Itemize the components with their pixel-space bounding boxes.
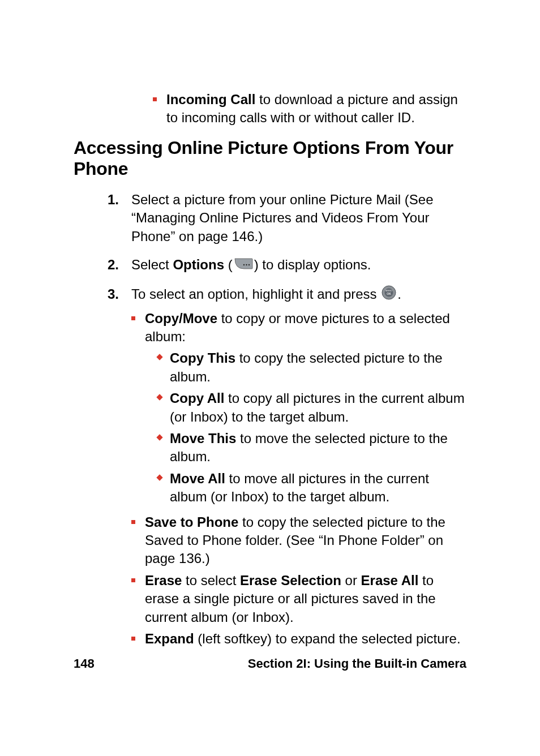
copy-this-body: Copy This to copy the selected picture t… <box>170 349 466 386</box>
option-erase: Erase to select Erase Selection or Erase… <box>131 572 466 626</box>
svg-point-0 <box>243 264 245 265</box>
step-1-body: Select a picture from your online Pictur… <box>131 191 466 246</box>
bullet-icon <box>131 513 145 524</box>
step-3-num: 3. <box>108 285 131 303</box>
bullet-icon <box>131 572 145 582</box>
expand-body: Expand (left softkey) to expand the sele… <box>145 630 466 648</box>
erase-b2: Erase Selection <box>240 573 341 588</box>
step-1-num: 1. <box>108 191 131 209</box>
copy-all-bold: Copy All <box>170 390 224 406</box>
section-title: Section 2I: Using the Built-in Camera <box>248 656 466 671</box>
expand-rest: (left softkey) to expand the selected pi… <box>194 631 461 646</box>
step-2-bold: Options <box>173 257 224 272</box>
step-1: 1. Select a picture from your online Pic… <box>74 191 466 246</box>
move-this-body: Move This to move the selected picture t… <box>170 429 466 466</box>
step-3-post: . <box>397 286 401 302</box>
right-softkey-icon <box>234 256 253 274</box>
erase-body: Erase to select Erase Selection or Erase… <box>145 572 466 626</box>
sub-copy-this: Copy This to copy the selected picture t… <box>157 349 466 386</box>
steps-list: 1. Select a picture from your online Pic… <box>74 191 466 652</box>
sub-move-this: Move This to move the selected picture t… <box>157 429 466 466</box>
menu-ok-icon: MENU OK <box>382 285 396 304</box>
erase-t2: or <box>341 573 361 588</box>
step-2-pre: Select <box>131 257 173 272</box>
page-footer: 148 Section 2I: Using the Built-in Camer… <box>74 656 466 671</box>
step-2-num: 2. <box>108 256 131 274</box>
options-list: Copy/Move to copy or move pictures to a … <box>131 310 466 648</box>
step-3-line: To select an option, highlight it and pr… <box>131 285 466 305</box>
save-body: Save to Phone to copy the selected pictu… <box>145 513 466 568</box>
intro-bullet-bold: Incoming Call <box>166 92 255 107</box>
copy-move-bold: Copy/Move <box>145 311 217 326</box>
svg-point-2 <box>248 264 250 265</box>
expand-bold: Expand <box>145 631 194 646</box>
copy-all-body: Copy All to copy all pictures in the cur… <box>170 389 466 426</box>
step-2: 2. Select Options ( ) to display options… <box>74 256 466 275</box>
page: Incoming Call to download a picture and … <box>0 0 540 756</box>
diamond-icon <box>157 389 170 400</box>
option-copy-move: Copy/Move to copy or move pictures to a … <box>131 310 466 510</box>
move-all-bold: Move All <box>170 471 225 486</box>
move-this-bold: Move This <box>170 431 236 446</box>
option-copy-move-body: Copy/Move to copy or move pictures to a … <box>145 310 466 510</box>
diamond-icon <box>157 470 170 480</box>
option-expand: Expand (left softkey) to expand the sele… <box>131 630 466 648</box>
step-2-close: ) to display options. <box>254 257 371 272</box>
page-number: 148 <box>74 656 95 671</box>
intro-bullet: Incoming Call to download a picture and … <box>153 91 466 127</box>
option-save-to-phone: Save to Phone to copy the selected pictu… <box>131 513 466 568</box>
step-3-pre: To select an option, highlight it and pr… <box>131 286 380 302</box>
svg-text:OK: OK <box>387 292 392 295</box>
step-3: 3. To select an option, highlight it and… <box>74 285 466 651</box>
step-2-open: ( <box>224 257 233 272</box>
bullet-icon <box>131 630 145 641</box>
erase-t1: to select <box>182 573 240 588</box>
bullet-icon <box>131 310 145 320</box>
svg-point-1 <box>246 264 247 265</box>
sub-move-all: Move All to move all pictures in the cur… <box>157 470 466 506</box>
save-bold: Save to Phone <box>145 514 238 530</box>
page-heading: Accessing Online Picture Options From Yo… <box>74 138 466 179</box>
copy-this-bold: Copy This <box>170 350 235 366</box>
bullet-icon <box>153 91 166 101</box>
diamond-icon <box>157 429 170 440</box>
intro-bullet-text: Incoming Call to download a picture and … <box>166 91 466 127</box>
sub-copy-all: Copy All to copy all pictures in the cur… <box>157 389 466 426</box>
copy-move-sublist: Copy This to copy the selected picture t… <box>157 349 466 506</box>
erase-b3: Erase All <box>361 573 419 588</box>
step-3-body: To select an option, highlight it and pr… <box>131 285 466 651</box>
move-all-body: Move All to move all pictures in the cur… <box>170 470 466 506</box>
diamond-icon <box>157 349 170 359</box>
intro-bullet-block: Incoming Call to download a picture and … <box>153 91 466 127</box>
erase-b1: Erase <box>145 573 182 588</box>
step-2-body: Select Options ( ) to display options. <box>131 256 466 275</box>
